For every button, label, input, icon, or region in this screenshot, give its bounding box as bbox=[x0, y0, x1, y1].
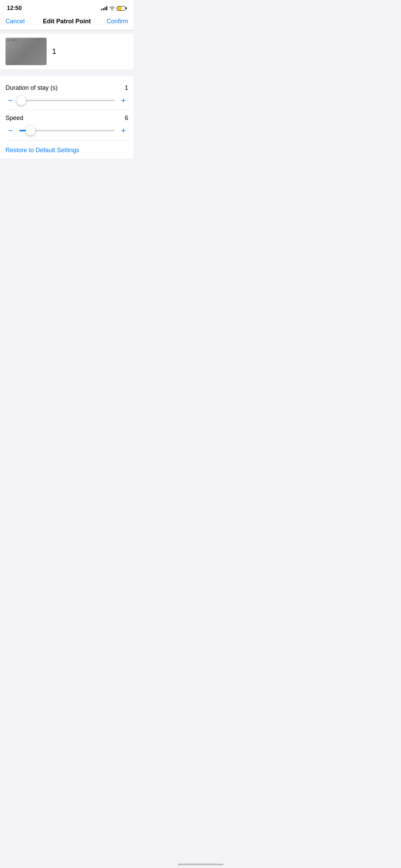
patrol-point-id: 1 bbox=[52, 47, 56, 56]
patrol-point-section: 24.53°F 1 bbox=[0, 34, 134, 69]
confirm-button[interactable]: Confirm bbox=[104, 18, 128, 25]
speed-slider-container: − + bbox=[5, 125, 128, 136]
duration-slider[interactable] bbox=[19, 100, 114, 101]
cancel-button[interactable]: Cancel bbox=[5, 18, 29, 25]
restore-button[interactable]: Restore to Default Settings bbox=[5, 147, 79, 154]
duration-slider-thumb[interactable] bbox=[16, 96, 26, 105]
status-bar: 12:50 bbox=[0, 0, 134, 14]
speed-slider[interactable] bbox=[19, 130, 114, 131]
section-gap-1 bbox=[0, 30, 134, 34]
settings-divider bbox=[5, 110, 128, 110]
duration-value: 1 bbox=[125, 84, 128, 92]
speed-header: Speed 6 bbox=[5, 114, 128, 122]
bottom-area bbox=[0, 159, 134, 296]
wifi-icon bbox=[109, 6, 115, 10]
duration-increase-button[interactable]: + bbox=[119, 96, 128, 105]
speed-value: 6 bbox=[125, 114, 128, 122]
speed-row: Speed 6 − + bbox=[5, 112, 128, 139]
duration-slider-container: − + bbox=[5, 95, 128, 106]
duration-decrease-button[interactable]: − bbox=[5, 96, 15, 105]
battery-icon bbox=[117, 6, 127, 11]
settings-bottom-divider bbox=[5, 140, 128, 141]
duration-label: Duration of stay (s) bbox=[5, 84, 58, 92]
signal-icon bbox=[101, 6, 107, 10]
speed-slider-thumb[interactable] bbox=[26, 126, 35, 135]
thumbnail-overlay: 24.53°F bbox=[7, 39, 17, 42]
nav-bar: Cancel Edit Patrol Point Confirm bbox=[0, 14, 134, 30]
speed-label: Speed bbox=[5, 114, 23, 122]
patrol-thumbnail: 24.53°F bbox=[5, 38, 47, 65]
restore-section: Restore to Default Settings bbox=[5, 142, 128, 159]
duration-header: Duration of stay (s) 1 bbox=[5, 84, 128, 92]
duration-row: Duration of stay (s) 1 − + bbox=[5, 82, 128, 109]
section-gap-2 bbox=[0, 69, 134, 73]
settings-section: Duration of stay (s) 1 − + Speed 6 − + bbox=[0, 76, 134, 159]
page-title: Edit Patrol Point bbox=[29, 18, 104, 25]
status-time: 12:50 bbox=[7, 5, 22, 12]
status-icons bbox=[101, 6, 127, 11]
speed-increase-button[interactable]: + bbox=[119, 126, 128, 135]
speed-decrease-button[interactable]: − bbox=[5, 126, 15, 135]
